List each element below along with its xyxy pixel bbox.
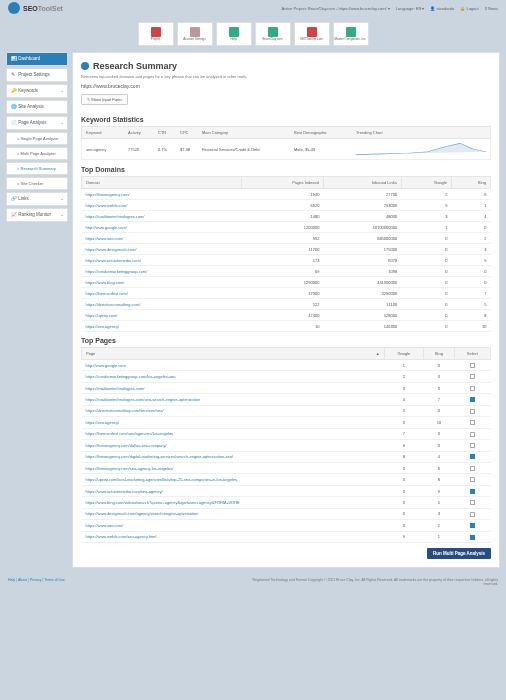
- toolbar-account-button[interactable]: Account Settings: [177, 22, 213, 46]
- domain-col[interactable]: Inbound Links: [323, 177, 401, 189]
- select-checkbox[interactable]: [470, 454, 475, 459]
- active-project[interactable]: Active Project: BruceClay.com - https://…: [281, 6, 389, 11]
- domain-link[interactable]: https://www.seo.com/: [86, 236, 124, 241]
- sidebar-item-dashboard[interactable]: 📊 Dashboard: [6, 52, 68, 66]
- page-col[interactable]: Page ▲: [82, 348, 385, 360]
- select-checkbox[interactable]: [470, 409, 475, 414]
- page-link[interactable]: https://www.seo.com/: [86, 523, 124, 528]
- sidebar-item-links[interactable]: 🔗 Links▪: [6, 192, 68, 206]
- select-checkbox[interactable]: [470, 512, 475, 517]
- select-checkbox[interactable]: [470, 374, 475, 379]
- page-link[interactable]: https://www.bing.com/videos/search?q=seo…: [86, 500, 240, 505]
- expand-icon[interactable]: ▪: [62, 213, 63, 218]
- sidebar-item-keywords[interactable]: 🔑 Keywords▪: [6, 84, 68, 98]
- google-rank: 0: [401, 277, 451, 288]
- page-col[interactable]: Google: [384, 348, 423, 360]
- page-link[interactable]: https://themanifest.com/seo/agencies/los…: [86, 431, 174, 436]
- domain-col[interactable]: Bing: [451, 177, 490, 189]
- google-rank: 0: [401, 244, 451, 255]
- expand-icon[interactable]: ▪: [62, 197, 63, 202]
- domain-col[interactable]: Google: [401, 177, 451, 189]
- domain-link[interactable]: https://themanifest.com/: [86, 291, 128, 296]
- expand-icon[interactable]: ▪: [62, 89, 63, 94]
- domain-col[interactable]: Domain: [82, 177, 242, 189]
- show-input-form-button[interactable]: ✎ Show Input Form: [81, 94, 128, 105]
- select-checkbox[interactable]: [470, 477, 475, 482]
- page-description: Retrieves top-ranked domains and pages f…: [81, 74, 491, 79]
- logo[interactable]: SEOToolSet: [8, 2, 63, 14]
- domain-link[interactable]: https://www.bing.com/: [86, 280, 125, 285]
- select-checkbox[interactable]: [470, 443, 475, 448]
- sidebar-item-site-analysis[interactable]: 🌐 Site Analysis: [6, 100, 68, 114]
- page-link[interactable]: http://www.google.com: [86, 363, 126, 368]
- logo-icon: [8, 2, 20, 14]
- footer-link-about[interactable]: About: [18, 578, 27, 582]
- toolbar-label: Account Settings: [183, 38, 206, 41]
- page-link[interactable]: https://thriveagency.com/dallas-seo-comp…: [86, 443, 167, 448]
- expand-icon[interactable]: ▪: [62, 121, 63, 126]
- domain-link[interactable]: https://upcity.com/: [86, 313, 118, 318]
- toolbar-project-button[interactable]: Project: [138, 22, 174, 46]
- sidebar-sub-site-checker[interactable]: ○ Site Checker: [6, 177, 68, 190]
- bing-rank: 0: [451, 222, 490, 233]
- sidebar-sub-multi-page-analyzer[interactable]: ○ Multi Page Analyzer: [6, 147, 68, 160]
- ks-col: Keyword: [86, 130, 126, 135]
- select-checkbox[interactable]: [470, 432, 475, 437]
- footer-link-terms-of-use[interactable]: Terms of Use: [44, 578, 65, 582]
- page-link[interactable]: https://directiveconsulting.com/services…: [86, 408, 164, 413]
- page-link[interactable]: https://www.actuatemedia.com/seo-agency/: [86, 489, 163, 494]
- logout-link[interactable]: 🔒 Logout: [460, 6, 478, 11]
- bing-rank: 5: [451, 299, 490, 310]
- select-checkbox[interactable]: [470, 535, 475, 540]
- language-select[interactable]: Language: EN ▾: [396, 6, 425, 11]
- toolbar-master-button[interactable]: Master Companion, Inc.: [333, 22, 369, 46]
- page-link[interactable]: https://seo.agency/: [86, 420, 120, 425]
- toolbar-bruceclay-button[interactable]: BruceClay.com: [255, 22, 291, 46]
- select-checkbox[interactable]: [470, 397, 475, 402]
- sidebar-item-ranking-monitor[interactable]: 📈 Ranking Monitor▪: [6, 208, 68, 222]
- user-menu[interactable]: 👤 standardo: [430, 6, 454, 11]
- sidebar-sub-single-page-analyzer[interactable]: ○ Single Page Analyzer: [6, 132, 68, 145]
- domain-link[interactable]: https://thriveagency.com/: [86, 192, 130, 197]
- select-checkbox[interactable]: [470, 363, 475, 368]
- domain-link[interactable]: https://www.webfx.com/: [86, 203, 128, 208]
- top-domains-table: DomainPages IndexedInbound LinksGoogleBi…: [81, 176, 491, 332]
- page-link[interactable]: https://upcity.com/local-marketing-agenc…: [86, 477, 238, 482]
- sidebar-item-project-settings[interactable]: ✎ Project Settings: [6, 68, 68, 82]
- sidebar-item-page-analysis[interactable]: 📄 Page Analysis▪: [6, 116, 68, 130]
- domain-col[interactable]: Pages Indexed: [242, 177, 324, 189]
- select-checkbox[interactable]: [470, 523, 475, 528]
- page-col[interactable]: Select: [454, 348, 490, 360]
- domain-link[interactable]: https://www.designrush.com/: [86, 247, 137, 252]
- toolbar-help-button[interactable]: Help: [216, 22, 252, 46]
- sidebar-sub-research-summary[interactable]: ○ Research Summary: [6, 162, 68, 175]
- select-checkbox[interactable]: [470, 500, 475, 505]
- run-multi-page-analysis-button[interactable]: Run Multi Page Analysis: [427, 548, 491, 559]
- domain-row: https://upcity.com/4740052800008: [82, 310, 491, 321]
- domain-link[interactable]: https://directiveconsulting.com/: [86, 302, 141, 307]
- google-rank: 0: [384, 474, 423, 485]
- domain-link[interactable]: https://coalitiontechnologies.com/: [86, 214, 145, 219]
- footer-link-help[interactable]: Help: [8, 578, 15, 582]
- select-checkbox[interactable]: [470, 466, 475, 471]
- page-link[interactable]: https://thriveagency.com/digital-marketi…: [86, 454, 234, 459]
- select-checkbox[interactable]: [470, 489, 475, 494]
- page-row: https://directiveconsulting.com/services…: [82, 405, 491, 416]
- domain-link[interactable]: https://condormarketinggroup.com/: [86, 269, 148, 274]
- toolbar-seotoolset-button[interactable]: SEOToolSet.com: [294, 22, 330, 46]
- domain-link[interactable]: https://seo.agency/: [86, 324, 120, 329]
- page-link[interactable]: https://thriveagency.com/seo-agency-los-…: [86, 466, 174, 471]
- footer-link-privacy[interactable]: Privacy: [30, 578, 41, 582]
- page-link[interactable]: https://www.webfx.com/seo-agency.html: [86, 534, 157, 539]
- page-link[interactable]: https://coalitiontechnologies.com/: [86, 386, 145, 391]
- page-link[interactable]: https://www.designrush.com/agency/search…: [86, 511, 199, 516]
- page-col[interactable]: Bing: [424, 348, 455, 360]
- select-checkbox[interactable]: [470, 420, 475, 425]
- domain-link[interactable]: http://www.google.com/: [86, 225, 127, 230]
- news-badge[interactable]: 0 News: [485, 6, 498, 11]
- domain-link[interactable]: https://www.actuatemedia.com/: [86, 258, 141, 263]
- page-link[interactable]: https://condormarketinggroup.com/los-ang…: [86, 374, 176, 379]
- page-link[interactable]: https://coalitiontechnologies.com/seo-se…: [86, 397, 201, 402]
- select-checkbox[interactable]: [470, 386, 475, 391]
- bing-rank: 0: [424, 405, 455, 416]
